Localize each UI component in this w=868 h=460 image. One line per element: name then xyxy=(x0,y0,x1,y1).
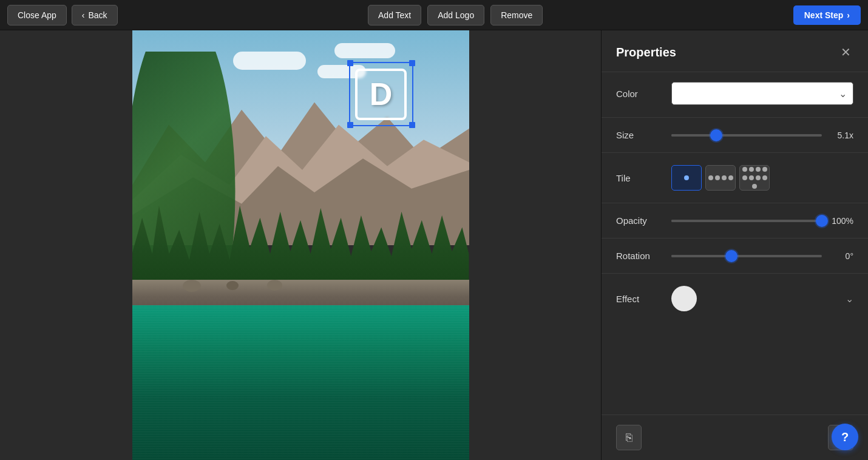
opacity-slider-container: 100% xyxy=(671,216,853,226)
tile-options xyxy=(671,165,853,191)
duplicate-icon: ⎘ xyxy=(626,431,632,444)
logo-overlay[interactable]: D xyxy=(351,64,412,124)
scene xyxy=(132,30,469,460)
close-app-label: Close App xyxy=(18,10,56,20)
topbar: Close App ‹ Back Add Text Add Logo Remov… xyxy=(0,0,868,30)
properties-panel: Properties ✕ Color ⌄ Size xyxy=(601,30,868,460)
opacity-slider-thumb[interactable] xyxy=(816,215,828,227)
remove-label: Remove xyxy=(501,10,532,20)
size-slider-thumb[interactable] xyxy=(710,129,722,141)
divider-2 xyxy=(602,152,868,153)
rotation-slider-thumb[interactable] xyxy=(725,250,737,262)
corner-tr[interactable] xyxy=(409,60,415,66)
add-logo-button[interactable]: Add Logo xyxy=(427,5,484,25)
canvas-image-container: D xyxy=(132,30,469,460)
panel-title: Properties xyxy=(616,46,676,59)
effect-row: Effect ⌄ xyxy=(616,286,853,311)
tile-option-single[interactable] xyxy=(671,165,702,191)
size-slider-track[interactable] xyxy=(671,134,822,137)
next-step-label: Next Step xyxy=(804,10,844,20)
panel-header: Properties ✕ xyxy=(602,30,868,72)
rotation-row: Rotation 0° xyxy=(616,251,853,261)
tile-option-nine[interactable] xyxy=(739,165,770,191)
close-app-button[interactable]: Close App xyxy=(7,5,67,25)
corner-br[interactable] xyxy=(409,122,415,128)
help-icon: ? xyxy=(841,430,849,444)
lake-overlay xyxy=(132,305,469,460)
tile-single-dot xyxy=(684,175,689,180)
divider-5 xyxy=(602,273,868,274)
rotation-label: Rotation xyxy=(616,251,662,261)
corner-bl[interactable] xyxy=(347,122,353,128)
next-chevron-icon: › xyxy=(847,10,850,20)
panel-close-button[interactable]: ✕ xyxy=(838,42,853,62)
size-slider-container: 5.1x xyxy=(671,130,853,140)
close-x-icon: ✕ xyxy=(841,45,851,59)
remove-button[interactable]: Remove xyxy=(490,5,543,25)
divider-3 xyxy=(602,203,868,203)
add-text-button[interactable]: Add Text xyxy=(368,5,421,25)
add-logo-label: Add Logo xyxy=(438,10,474,20)
cloud-3 xyxy=(334,43,395,58)
help-button[interactable]: ? xyxy=(832,424,858,450)
size-label: Size xyxy=(616,130,662,140)
panel-footer: ⎘ 🗑 xyxy=(602,414,868,460)
topbar-left: Close App ‹ Back xyxy=(7,5,118,25)
opacity-value: 100% xyxy=(828,216,853,226)
lake xyxy=(132,305,469,460)
add-text-label: Add Text xyxy=(378,10,411,20)
color-dropdown-arrow-icon: ⌄ xyxy=(839,88,847,100)
rotation-slider-track[interactable] xyxy=(671,255,822,257)
opacity-row: Opacity 100% xyxy=(616,215,853,226)
divider-4 xyxy=(602,238,868,238)
tile-option-four[interactable] xyxy=(705,165,736,191)
back-button[interactable]: ‹ Back xyxy=(72,5,118,25)
next-step-button[interactable]: Next Step › xyxy=(793,5,861,25)
cloud-1 xyxy=(233,52,306,70)
divider-1 xyxy=(602,117,868,118)
effect-circle xyxy=(671,286,697,311)
topbar-right: Next Step › xyxy=(793,5,861,25)
logo-icon[interactable]: D xyxy=(355,69,407,120)
tile-label: Tile xyxy=(616,173,662,183)
effect-label: Effect xyxy=(616,294,662,304)
canvas-area[interactable]: D xyxy=(0,30,601,460)
corner-tl[interactable] xyxy=(347,60,353,66)
color-picker-button[interactable]: ⌄ xyxy=(671,82,853,105)
topbar-center: Add Text Add Logo Remove xyxy=(368,5,543,25)
color-row: Color ⌄ xyxy=(616,82,853,105)
size-row: Size 5.1x xyxy=(616,130,853,140)
rotation-slider-container: 0° xyxy=(671,251,853,261)
panel-body: Color ⌄ Size 5.1x Ti xyxy=(602,72,868,414)
duplicate-button[interactable]: ⎘ xyxy=(616,425,642,450)
opacity-label: Opacity xyxy=(616,215,662,226)
opacity-slider-track[interactable] xyxy=(671,220,822,222)
effect-dropdown-arrow-icon[interactable]: ⌄ xyxy=(846,293,853,305)
tile-row: Tile xyxy=(616,165,853,191)
back-chevron-icon: ‹ xyxy=(82,10,85,20)
rotation-value: 0° xyxy=(828,251,853,261)
size-value: 5.1x xyxy=(828,130,853,140)
main-content: D Properties ✕ Color ⌄ Size xyxy=(0,30,868,460)
color-label: Color xyxy=(616,89,662,99)
logo-letter: D xyxy=(370,76,393,112)
back-label: Back xyxy=(89,10,107,20)
